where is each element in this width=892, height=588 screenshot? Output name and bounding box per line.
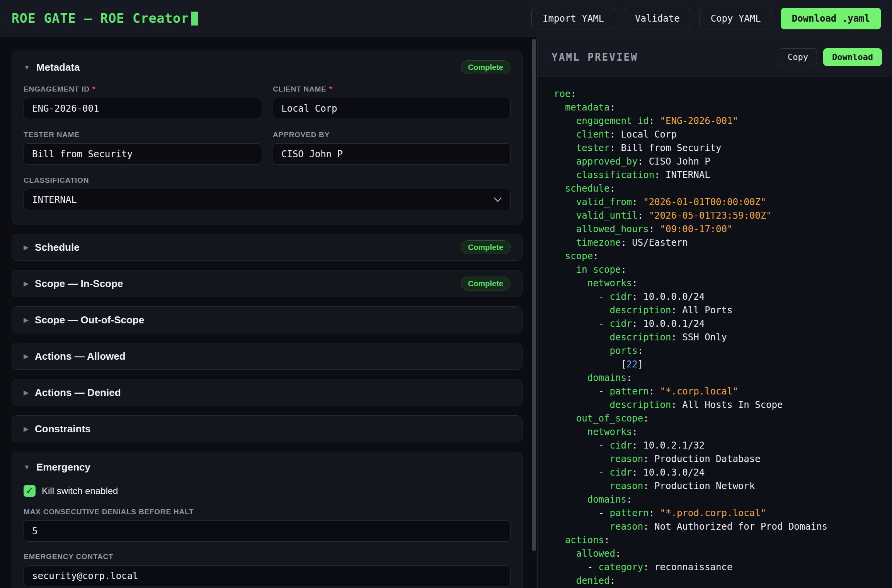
validate-button[interactable]: Validate: [624, 8, 691, 29]
field-approved-by: APPROVED BY CISO John P: [273, 131, 511, 165]
field-engagement-id: ENGAGEMENT ID* ENG-2026-001: [24, 85, 261, 119]
preview-download-button[interactable]: Download: [823, 48, 882, 66]
section-title: Scope — In-Scope: [35, 278, 123, 290]
section-actions-allowed: ▶ Actions — Allowed: [12, 343, 523, 370]
collapse-triangle-icon: ▶: [24, 353, 29, 360]
top-header: ROE GATE — ROE Creator Import YAML Valid…: [0, 0, 892, 37]
field-label: APPROVED BY: [273, 131, 511, 139]
text-cursor-icon: [191, 12, 198, 25]
collapse-triangle-icon: ▼: [24, 464, 30, 471]
section-emergency: ▼ Emergency ✓ Kill switch enabled MAX CO…: [12, 452, 523, 588]
yaml-preview-header: YAML PREVIEW Copy Download: [538, 37, 892, 77]
section-constraints-header[interactable]: ▶ Constraints: [12, 416, 522, 442]
required-asterisk: *: [329, 85, 332, 93]
import-yaml-button[interactable]: Import YAML: [531, 8, 615, 29]
section-actions-denied: ▶ Actions — Denied: [12, 379, 523, 406]
status-badge: Complete: [461, 60, 511, 74]
client-name-input[interactable]: Local Corp: [273, 98, 511, 119]
field-classification: CLASSIFICATION INTERNAL: [24, 176, 511, 210]
field-label: TESTER NAME: [24, 131, 261, 139]
section-actions-denied-header[interactable]: ▶ Actions — Denied: [12, 379, 522, 406]
collapse-triangle-icon: ▶: [24, 280, 29, 287]
copy-yaml-button[interactable]: Copy YAML: [700, 8, 772, 29]
section-emergency-header[interactable]: ▼ Emergency: [24, 461, 511, 473]
section-actions-allowed-header[interactable]: ▶ Actions — Allowed: [12, 343, 522, 369]
classification-value: INTERNAL: [32, 194, 77, 205]
collapse-triangle-icon: ▶: [24, 389, 29, 396]
field-label: CLIENT NAME*: [273, 85, 511, 93]
classification-select[interactable]: INTERNAL: [24, 189, 511, 210]
app-title: ROE GATE — ROE Creator: [12, 11, 189, 26]
main-content: ▼ Metadata Complete ENGAGEMENT ID* ENG-2…: [0, 37, 892, 588]
section-title: Emergency: [36, 461, 90, 473]
field-max-denials: MAX CONSECUTIVE DENIALS BEFORE HALT 5: [24, 508, 511, 542]
section-title: Actions — Allowed: [35, 350, 126, 362]
field-label: EMERGENCY CONTACT: [24, 552, 511, 561]
approved-by-input[interactable]: CISO John P: [273, 143, 511, 165]
kill-switch-checkbox[interactable]: ✓ Kill switch enabled: [24, 485, 511, 497]
section-constraints: ▶ Constraints: [12, 415, 523, 442]
engagement-id-input[interactable]: ENG-2026-001: [24, 98, 261, 119]
section-schedule: ▶ Schedule Complete: [12, 234, 523, 261]
topbar-actions: Import YAML Validate Copy YAML Download …: [531, 8, 881, 29]
collapse-triangle-icon: ▶: [24, 426, 29, 432]
section-scope-out-of-scope-header[interactable]: ▶ Scope — Out-of-Scope: [12, 307, 522, 333]
checkbox-checked-icon: ✓: [24, 485, 36, 497]
yaml-preview-actions: Copy Download: [779, 48, 882, 66]
collapse-triangle-icon: ▶: [24, 244, 29, 251]
chevron-down-icon: [494, 194, 502, 202]
app-title-wrap: ROE GATE — ROE Creator: [12, 11, 198, 26]
field-tester-name: TESTER NAME Bill from Security: [24, 131, 261, 165]
section-title: Constraints: [35, 423, 90, 435]
yaml-preview-pane: YAML PREVIEW Copy Download roe: metadata…: [537, 37, 892, 588]
field-emergency-contact: EMERGENCY CONTACT security@corp.local: [24, 552, 511, 586]
section-title: Schedule: [35, 241, 80, 253]
status-badge: Complete: [461, 277, 511, 291]
emergency-contact-input[interactable]: security@corp.local: [24, 565, 511, 586]
section-schedule-header[interactable]: ▶ Schedule Complete: [12, 234, 522, 260]
yaml-code-block: roe: metadata: engagement_id: "ENG-2026-…: [538, 77, 892, 588]
required-asterisk: *: [92, 85, 95, 93]
section-title: Actions — Denied: [35, 387, 121, 399]
collapse-triangle-icon: ▶: [24, 317, 29, 323]
field-label: MAX CONSECUTIVE DENIALS BEFORE HALT: [24, 508, 511, 516]
max-denials-input[interactable]: 5: [24, 520, 511, 542]
kill-switch-label: Kill switch enabled: [42, 486, 118, 496]
section-title: Scope — Out-of-Scope: [35, 314, 144, 326]
tester-name-input[interactable]: Bill from Security: [24, 143, 261, 165]
field-client-name: CLIENT NAME* Local Corp: [273, 85, 511, 119]
field-label: CLASSIFICATION: [24, 176, 511, 185]
form-pane-scrollbar[interactable]: [532, 39, 536, 551]
section-scope-out-of-scope: ▶ Scope — Out-of-Scope: [12, 306, 523, 333]
status-badge: Complete: [461, 240, 511, 254]
metadata-fields: ENGAGEMENT ID* ENG-2026-001 CLIENT NAME*…: [24, 85, 511, 210]
section-title: Metadata: [36, 61, 80, 73]
collapse-triangle-icon: ▼: [24, 64, 30, 71]
section-metadata-header[interactable]: ▼ Metadata Complete: [24, 60, 511, 74]
form-pane: ▼ Metadata Complete ENGAGEMENT ID* ENG-2…: [0, 37, 537, 588]
section-metadata: ▼ Metadata Complete ENGAGEMENT ID* ENG-2…: [12, 51, 523, 224]
section-scope-in-scope-header[interactable]: ▶ Scope — In-Scope Complete: [12, 270, 522, 297]
yaml-preview-title: YAML PREVIEW: [552, 51, 638, 63]
field-label: ENGAGEMENT ID*: [24, 85, 261, 93]
preview-copy-button[interactable]: Copy: [779, 48, 817, 66]
download-yaml-button[interactable]: Download .yaml: [781, 8, 881, 29]
section-scope-in-scope: ▶ Scope — In-Scope Complete: [12, 270, 523, 297]
